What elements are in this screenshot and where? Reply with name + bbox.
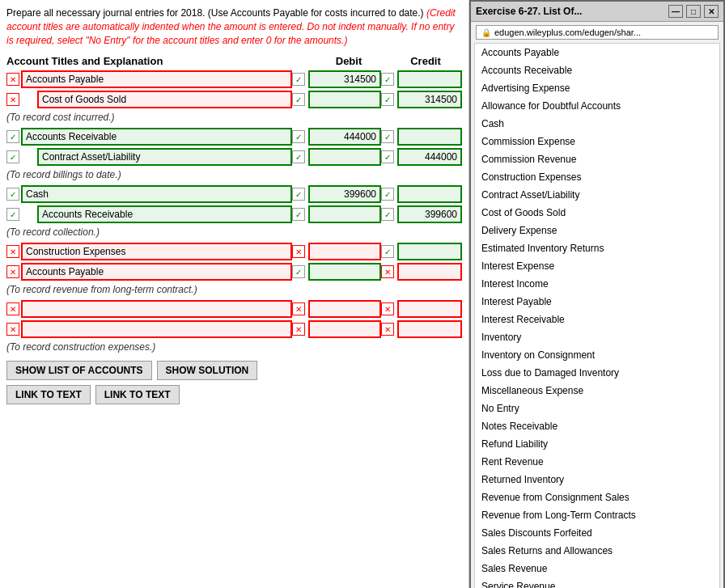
account-list-item[interactable]: No Entry — [475, 400, 719, 417]
row-checkbox[interactable]: ✕ — [6, 245, 19, 258]
accounts-list[interactable]: Accounts PayableAccounts ReceivableAdver… — [474, 43, 720, 588]
credit-checkbox[interactable]: ✕ — [381, 323, 394, 336]
account-list-item[interactable]: Inventory — [475, 328, 719, 346]
row-checkbox[interactable]: ✕ — [6, 93, 19, 106]
credit-checkbox[interactable]: ✕ — [381, 265, 394, 278]
show-solution-button[interactable]: SHOW SOLUTION — [157, 361, 258, 380]
link-to-text-button-1[interactable]: LINK TO TEXT — [6, 385, 91, 404]
debit-input[interactable] — [308, 300, 381, 318]
debit-input[interactable] — [308, 205, 381, 223]
account-list-item[interactable]: Interest Receivable — [475, 311, 719, 328]
credit-checkbox[interactable]: ✓ — [381, 73, 394, 86]
account-list-item[interactable]: Sales Discounts Forfeited — [475, 524, 719, 542]
debit-input[interactable] — [308, 243, 381, 260]
credit-input[interactable] — [397, 70, 462, 88]
account-input[interactable] — [21, 263, 292, 281]
account-list-item[interactable]: Returned Inventory — [475, 471, 719, 489]
account-input[interactable] — [21, 243, 292, 260]
account-list-item[interactable]: Interest Payable — [475, 293, 719, 311]
maximize-button[interactable]: □ — [686, 5, 701, 18]
account-list-item[interactable]: Cash — [475, 115, 719, 133]
credit-checkbox[interactable]: ✓ — [381, 245, 394, 258]
account-list-item[interactable]: Cost of Goods Sold — [475, 204, 719, 222]
debit-input[interactable] — [308, 320, 381, 338]
debit-input[interactable] — [308, 148, 381, 166]
show-list-button[interactable]: SHOW LIST OF ACCOUNTS — [6, 361, 152, 380]
debit-checkbox[interactable]: ✕ — [292, 323, 305, 336]
credit-input[interactable] — [397, 243, 462, 260]
debit-checkbox[interactable]: ✓ — [292, 265, 305, 278]
debit-input[interactable] — [308, 70, 381, 88]
account-input[interactable] — [37, 205, 292, 223]
account-list-item[interactable]: Sales Returns and Allowances — [475, 542, 719, 560]
account-list-item[interactable]: Contract Asset/Liability — [475, 186, 719, 204]
debit-checkbox[interactable]: ✕ — [292, 302, 305, 315]
account-list-item[interactable]: Loss due to Damaged Inventory — [475, 364, 719, 382]
account-input[interactable] — [37, 148, 292, 166]
link-to-text-button-2[interactable]: LINK TO TEXT — [95, 385, 180, 404]
row-checkbox[interactable]: ✓ — [6, 130, 19, 143]
entry-row: ✕ ✓ ✓ — [6, 91, 462, 108]
close-button[interactable]: ✕ — [704, 5, 719, 18]
credit-input[interactable] — [397, 91, 462, 108]
account-list-item[interactable]: Accounts Receivable — [475, 61, 719, 79]
account-list-item[interactable]: Service Revenue — [475, 577, 719, 588]
account-list-item[interactable]: Accounts Payable — [475, 44, 719, 61]
account-list-item[interactable]: Allowance for Doubtful Accounts — [475, 97, 719, 115]
account-input[interactable] — [21, 185, 292, 203]
debit-checkbox[interactable]: ✓ — [292, 208, 305, 221]
account-list-item[interactable]: Notes Receivable — [475, 417, 719, 435]
row-checkbox[interactable]: ✕ — [6, 323, 19, 336]
debit-input[interactable] — [308, 185, 381, 203]
credit-input[interactable] — [397, 128, 462, 146]
row-checkbox[interactable]: ✕ — [6, 265, 19, 278]
account-input[interactable] — [21, 128, 292, 146]
account-list-item[interactable]: Rent Revenue — [475, 453, 719, 471]
credit-input[interactable] — [397, 185, 462, 203]
account-list-item[interactable]: Delivery Expense — [475, 222, 719, 239]
account-list-item[interactable]: Miscellaneous Expense — [475, 382, 719, 400]
account-list-item[interactable]: Construction Expenses — [475, 168, 719, 186]
debit-checkbox[interactable]: ✓ — [292, 188, 305, 201]
credit-checkbox[interactable]: ✓ — [381, 130, 394, 143]
credit-input[interactable] — [397, 300, 462, 318]
account-list-item[interactable]: Commission Expense — [475, 133, 719, 150]
account-list-item[interactable]: Revenue from Long-Term Contracts — [475, 506, 719, 524]
row-checkbox[interactable]: ✓ — [6, 188, 19, 201]
account-list-item[interactable]: Advertising Expense — [475, 79, 719, 97]
credit-input[interactable] — [397, 205, 462, 223]
debit-input[interactable] — [308, 128, 381, 146]
debit-checkbox[interactable]: ✓ — [292, 130, 305, 143]
row-checkbox[interactable]: ✓ — [6, 208, 19, 221]
debit-input[interactable] — [308, 91, 381, 108]
account-list-item[interactable]: Interest Income — [475, 275, 719, 293]
account-input[interactable] — [21, 70, 292, 88]
row-checkbox[interactable]: ✕ — [6, 302, 19, 315]
account-list-item[interactable]: Revenue from Consignment Sales — [475, 489, 719, 506]
credit-checkbox[interactable]: ✓ — [381, 188, 394, 201]
credit-input[interactable] — [397, 148, 462, 166]
row-checkbox[interactable]: ✓ — [6, 150, 19, 163]
account-list-item[interactable]: Refund Liability — [475, 435, 719, 453]
credit-input[interactable] — [397, 263, 462, 281]
account-list-item[interactable]: Estimated Inventory Returns — [475, 239, 719, 257]
debit-input[interactable] — [308, 263, 381, 281]
debit-checkbox[interactable]: ✕ — [292, 245, 305, 258]
credit-checkbox[interactable]: ✓ — [381, 150, 394, 163]
credit-input[interactable] — [397, 320, 462, 338]
row-checkbox[interactable]: ✕ — [6, 73, 19, 86]
credit-checkbox[interactable]: ✓ — [381, 208, 394, 221]
debit-checkbox[interactable]: ✓ — [292, 73, 305, 86]
account-list-item[interactable]: Sales Revenue — [475, 560, 719, 577]
credit-checkbox[interactable]: ✕ — [381, 302, 394, 315]
account-list-item[interactable]: Commission Revenue — [475, 150, 719, 168]
minimize-button[interactable]: — — [668, 5, 683, 18]
credit-checkbox[interactable]: ✓ — [381, 93, 394, 106]
account-input[interactable] — [37, 91, 292, 108]
account-input[interactable] — [21, 300, 292, 318]
account-list-item[interactable]: Inventory on Consignment — [475, 346, 719, 364]
debit-checkbox[interactable]: ✓ — [292, 93, 305, 106]
account-input[interactable] — [21, 320, 292, 338]
account-list-item[interactable]: Interest Expense — [475, 257, 719, 275]
debit-checkbox[interactable]: ✓ — [292, 150, 305, 163]
